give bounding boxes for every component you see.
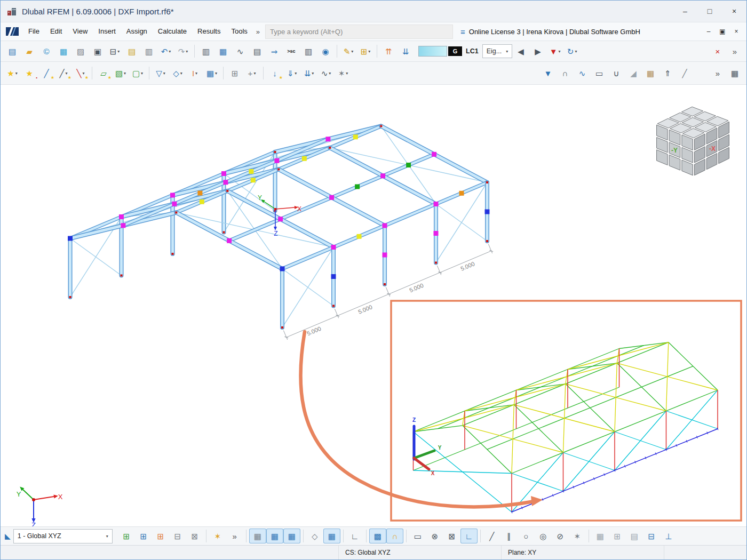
menu-insert[interactable]: Insert [93,22,121,41]
object-snap-icon[interactable]: ▦ [283,529,300,543]
navigator-icon[interactable]: ▦ [55,44,72,59]
new-surface-icon[interactable]: ▱ ★ [95,66,112,81]
previous-load-case-icon[interactable]: ◀ [512,44,529,59]
circle-tool-icon[interactable]: ○ [518,529,535,543]
reference-grid-icon[interactable]: ⊞ [609,529,626,543]
select-polygon-icon[interactable]: ⊠ [443,529,460,543]
work-plane-icon[interactable]: ⊞ [118,529,135,543]
cancel-action-icon[interactable]: × [709,44,726,59]
filter-loads-icon[interactable]: ▼ ▾ [546,44,563,59]
display-properties-icon[interactable]: ✎ ▾ [340,44,357,59]
save-icon[interactable]: ▣ [89,44,106,59]
table-pane-icon[interactable]: ▤ [249,44,266,59]
plane-xz-icon[interactable]: ⊞ [135,529,152,543]
ortho-mode-icon[interactable]: ∟ [460,529,478,543]
select-circle-icon[interactable]: ⊗ [426,529,443,543]
anchor-icon[interactable]: ⊥ [660,529,677,543]
copy-object-icon[interactable]: ⊞ [226,66,243,81]
new-polyline-icon[interactable]: ╱ ★ ▾ [55,66,72,81]
renumber-icon[interactable]: ⇈ [380,44,397,59]
new-imperfection-icon[interactable]: ∿ ▾ [317,66,335,81]
rotate-view-icon[interactable]: ↻ ▾ [563,44,581,59]
new-member-load-icon[interactable]: ⇓ ▾ [283,66,300,81]
undo-icon[interactable]: ↶ ▾ [157,44,174,59]
edit-text-icon[interactable]: ▥ [140,44,157,59]
next-load-case-icon[interactable]: ▶ [529,44,546,59]
cartesian-icon[interactable]: ∟ [346,529,363,543]
flow-direction-icon[interactable]: ⇊ [397,44,414,59]
menu-view[interactable]: View [67,22,93,41]
table-grid-icon[interactable]: ▦ [214,44,232,59]
new-opening-icon[interactable]: ▢ ▾ [129,66,146,81]
tangent-tool-icon[interactable]: ⊘ [552,529,569,543]
maximize-button[interactable]: □ [697,1,722,22]
snap-star-icon[interactable]: ✶ [569,529,586,543]
new-line-icon[interactable]: ╱ ★ [38,66,55,81]
camera-walk-icon[interactable]: ⇑ [659,66,676,81]
section-view-icon[interactable]: ∩ [557,66,574,81]
menu-tools[interactable]: Tools [226,22,252,41]
to-scale-icon[interactable]: >sc [283,44,300,59]
close-button[interactable]: × [722,1,746,22]
graphic-printout-icon[interactable]: ▨ [72,44,89,59]
grid-snap-icon[interactable]: ▦ [266,529,283,543]
view-settings-icon[interactable]: ⊞ ▾ [357,44,374,59]
goto-table-icon[interactable]: ⇒ [266,44,283,59]
print-icon[interactable]: ⊟ ▾ [106,44,123,59]
clipping-box-icon[interactable]: ▭ [591,66,608,81]
model-view-svg[interactable]: 5.0005.0005.0005.000XYZXYZ-Y-XZYX [1,85,746,526]
select-special-icon[interactable]: ★ ▾ [4,66,21,81]
new-member-icon[interactable]: ╲ ★ ▾ [72,66,89,81]
new-hinge-icon[interactable]: ◇ ▾ [169,66,186,81]
snap-grid-points-icon[interactable]: ▩ [369,529,386,543]
printout-report-icon[interactable]: ▥ [300,44,317,59]
mdi-minimize-button[interactable]: – [702,23,716,39]
structure-model[interactable] [70,126,488,328]
toolbar-overflow-icon[interactable]: » [726,44,743,59]
plane-yz-icon[interactable]: ⊞ [152,529,169,543]
add-comment-icon[interactable]: ▤ [123,44,140,59]
menu-edit[interactable]: Edit [45,22,67,41]
toolbar-overflow-icon[interactable]: » [709,66,726,81]
guidelines-icon[interactable]: ◇ [306,529,323,543]
visibility-filter-icon[interactable]: ▼ [539,66,557,81]
dimension-grid-icon[interactable]: ▦ [592,529,609,543]
model-viewport[interactable]: 5.0005.0005.0005.000XYZXYZ-Y-XZYX [1,84,746,526]
line-tool-icon[interactable]: ╱ [483,529,500,543]
menu-overflow-icon[interactable]: » [253,28,263,36]
new-support-icon[interactable]: ▽ ▾ [152,66,169,81]
result-diagrams-icon[interactable]: ∿ [574,66,591,81]
open-model-icon[interactable]: ▰ [21,44,38,59]
measure-icon[interactable]: ╱ [676,66,693,81]
mdi-close-button[interactable]: × [729,23,743,39]
table-view-icon[interactable]: ▥ [197,44,214,59]
new-surface-load-icon[interactable]: ⇊ ▾ [300,66,317,81]
eraser-icon[interactable]: ◢ [625,66,642,81]
global-chip[interactable]: G [448,46,462,56]
concentric-tool-icon[interactable]: ◎ [535,529,552,543]
menu-assign[interactable]: Assign [121,22,153,41]
grid-icon[interactable]: ▦ [249,529,266,543]
new-section-icon[interactable]: I ▾ [186,66,203,81]
rendering-icon[interactable]: ▦ [642,66,659,81]
dlubal-center-icon[interactable]: © [38,44,55,59]
redo-icon[interactable]: ↷ ▾ [174,44,192,59]
load-wizard-icon[interactable]: ✶ ▾ [335,66,352,81]
move-object-icon[interactable]: + ▾ [243,66,260,81]
plane-offset-icon[interactable]: ⊟ [169,529,186,543]
minimize-button[interactable]: – [673,1,697,22]
search-input[interactable] [266,28,452,36]
smooth-view-icon[interactable]: ∪ [608,66,625,81]
mdi-restore-button[interactable]: ▣ [716,23,729,39]
select-rectangle-icon[interactable]: ▭ [409,529,426,543]
result-color-scale[interactable] [418,46,447,57]
guideline-snap-icon[interactable]: ▦ [323,529,340,543]
nav-cube[interactable]: -Y-X [657,107,729,175]
new-solid-icon[interactable]: ▧ ▾ [112,66,129,81]
layers-icon[interactable]: ▤ [626,529,643,543]
new-block-icon[interactable]: ▦ ▾ [203,66,220,81]
background-layers-icon[interactable]: ⊟ [643,529,660,543]
parallel-tool-icon[interactable]: ∥ [500,529,518,543]
selection-grid-icon[interactable]: ▦ [726,66,743,81]
web-services-icon[interactable]: ◉ [317,44,334,59]
